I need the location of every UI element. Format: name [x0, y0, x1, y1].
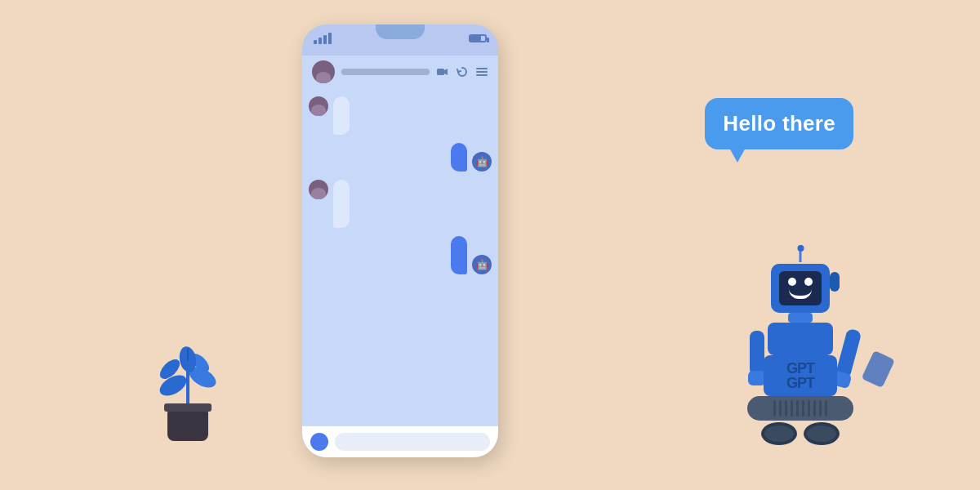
robot: GPT GPT — [747, 264, 853, 445]
robot-head — [771, 264, 830, 313]
avatar-msg-2 — [309, 180, 328, 199]
svg-rect-2 — [476, 68, 488, 69]
robot-mouth — [789, 289, 812, 299]
video-icon[interactable] — [436, 65, 449, 78]
chat-input-bar — [302, 425, 498, 457]
robot-eye-right — [804, 278, 813, 286]
robot-eye-left — [788, 278, 796, 286]
robot-face — [779, 271, 822, 305]
refresh-icon[interactable] — [456, 65, 469, 78]
avatar-msg-1 — [309, 96, 328, 116]
robot-wheels — [761, 422, 840, 445]
menu-icon[interactable] — [475, 65, 488, 78]
robot-label: GPT GPT — [786, 361, 814, 390]
speech-bubble: Hello there — [705, 98, 853, 149]
signal-icon — [314, 33, 332, 44]
bubble-sent-1 — [451, 143, 467, 172]
message-received-1 — [309, 96, 492, 135]
phone-mockup: 🤖 🤖 — [302, 24, 498, 457]
bubble-sent-2 — [451, 236, 467, 274]
plant-pot — [167, 410, 208, 441]
contact-name-bar — [341, 69, 430, 75]
robot-eyes — [788, 278, 813, 286]
plant-decoration — [155, 328, 220, 441]
svg-rect-0 — [437, 69, 444, 75]
message-sent-2: 🤖 — [309, 236, 492, 274]
avatar — [312, 60, 335, 83]
bot-avatar-2: 🤖 — [472, 255, 492, 274]
svg-rect-3 — [476, 71, 488, 73]
phone-notch — [376, 24, 425, 39]
chat-header — [302, 56, 498, 88]
message-sent-1: 🤖 — [309, 143, 492, 172]
robot-phone — [862, 350, 895, 388]
main-scene: 🤖 🤖 — [0, 0, 980, 490]
robot-wheel-right — [804, 422, 840, 445]
chat-messages: 🤖 🤖 — [302, 88, 498, 425]
svg-marker-1 — [444, 69, 448, 75]
robot-body-upper — [768, 323, 833, 355]
message-input[interactable] — [335, 433, 490, 451]
plant-leaves-svg — [155, 345, 220, 410]
svg-rect-4 — [476, 74, 488, 76]
battery-icon — [469, 34, 487, 42]
robot-arm-left — [750, 331, 764, 376]
robot-ear — [830, 272, 840, 292]
bot-avatar-1: 🤖 — [472, 152, 492, 172]
bubble-received-1 — [333, 96, 350, 135]
robot-treads — [747, 396, 853, 421]
message-received-2 — [309, 180, 492, 228]
robot-arm-right — [835, 328, 862, 380]
speech-text: Hello there — [723, 111, 835, 136]
header-actions — [436, 65, 488, 78]
robot-neck — [788, 313, 813, 323]
bubble-received-2 — [333, 180, 350, 228]
robot-body-lower: GPT GPT — [764, 355, 837, 396]
robot-wheel-left — [761, 422, 797, 445]
send-button-dot[interactable] — [310, 433, 328, 451]
robot-antenna-icon — [800, 249, 802, 262]
